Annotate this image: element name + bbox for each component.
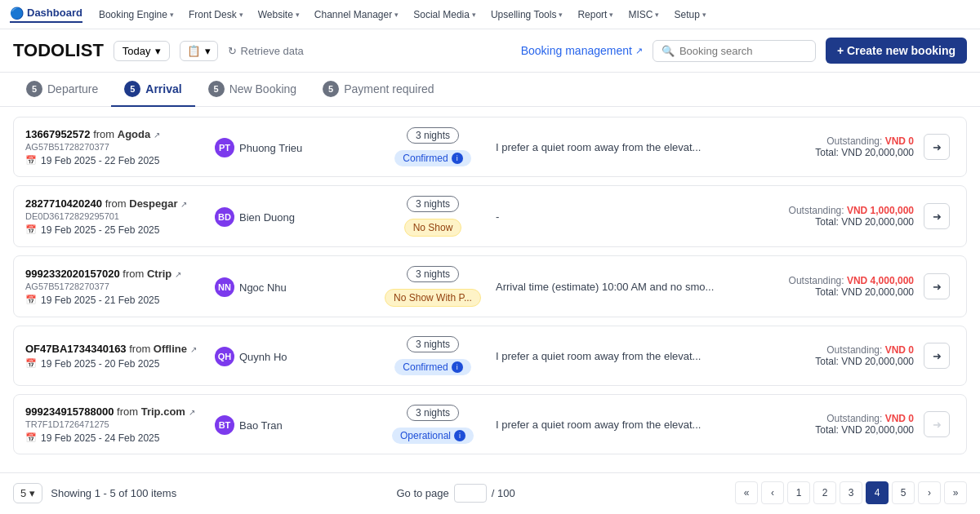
booking-status: 3 nights Confirmed i <box>380 336 486 375</box>
payment-count: 5 <box>323 81 339 97</box>
logo[interactable]: 🔵 Dashboard <box>10 7 82 23</box>
nav-website[interactable]: Website ▾ <box>253 9 305 20</box>
chevron-down-icon: ▾ <box>559 11 563 19</box>
action-column: ➜ <box>924 273 955 299</box>
booking-note: I prefer a quiet room away from the elev… <box>496 350 741 362</box>
booking-ref: AG57B51728270377 <box>25 281 205 291</box>
today-button[interactable]: Today ▾ <box>114 41 170 61</box>
tab-new-booking[interactable]: 5 New Booking <box>195 73 310 107</box>
chevron-down-icon: ▾ <box>609 11 613 19</box>
external-link-icon: ↗ <box>189 408 195 417</box>
navigate-booking-button[interactable]: ➜ <box>924 343 950 369</box>
booking-search-box[interactable]: 🔍 <box>653 40 816 62</box>
nav-front-desk[interactable]: Front Desk ▾ <box>184 9 248 20</box>
page-title: TODOLIST <box>13 40 104 61</box>
guest-name-label: Quynh Ho <box>239 351 287 363</box>
total-amount: Total: VND 20,000,000 <box>751 286 914 298</box>
nav-misc[interactable]: MISC ▾ <box>623 9 664 20</box>
tab-arrival[interactable]: 5 Arrival <box>111 73 194 107</box>
navigate-booking-button: ➜ <box>924 411 950 437</box>
chevron-down-icon: ▾ <box>239 11 243 19</box>
tab-payment-required[interactable]: 5 Payment required <box>310 73 448 107</box>
page-2-button[interactable]: 2 <box>813 481 836 504</box>
navigate-booking-button[interactable]: ➜ <box>924 134 950 160</box>
page-4-button[interactable]: 4 <box>866 481 889 504</box>
per-page-selector[interactable]: 5 ▾ <box>13 483 42 503</box>
top-navigation: 🔵 Dashboard Booking Engine ▾ Front Desk … <box>0 0 980 29</box>
booking-info: 9992332020157020 from Ctrip ↗ AG57B51728… <box>25 268 205 306</box>
page-5-button[interactable]: 5 <box>892 481 915 504</box>
create-booking-button[interactable]: + Create new booking <box>826 38 967 64</box>
chevron-down-icon: ▾ <box>29 487 35 499</box>
nav-report[interactable]: Report ▾ <box>572 9 618 20</box>
page-3-button[interactable]: 3 <box>840 481 862 504</box>
outstanding-amount: Outstanding: VND 0 <box>751 135 914 147</box>
outstanding-amount: Outstanding: VND 1,000,000 <box>751 205 914 216</box>
status-badge: Operational i <box>392 428 474 444</box>
booking-dates: 📅 19 Feb 2025 - 24 Feb 2025 <box>25 432 205 444</box>
calendar-icon: 📅 <box>25 358 37 369</box>
booking-info: OF47BA1734340163 from Offline ↗ 📅 19 Feb… <box>25 343 205 370</box>
nav-setup[interactable]: Setup ▾ <box>669 9 710 20</box>
outstanding-amount: Outstanding: VND 0 <box>751 344 914 356</box>
arrow-right-icon: ➜ <box>933 419 942 431</box>
info-icon: i <box>452 153 463 164</box>
booking-dates: 📅 19 Feb 2025 - 25 Feb 2025 <box>25 224 205 236</box>
guest-info: QH Quynh Ho <box>215 345 370 366</box>
avatar: BD <box>215 207 234 227</box>
booking-id: OF47BA1734340163 <box>25 343 127 355</box>
booking-ref: DE0D36172829295701 <box>25 211 205 221</box>
status-badge: Confirmed i <box>394 150 470 166</box>
booking-status: 3 nights No Show With P... <box>380 266 486 307</box>
navigate-booking-button[interactable]: ➜ <box>924 203 950 229</box>
external-link-icon: ↗ <box>180 200 187 209</box>
nights-badge: 3 nights <box>407 127 459 144</box>
booking-ref: AG57B51728270377 <box>25 142 205 152</box>
status-badge: No Show With P... <box>385 289 481 307</box>
arrow-right-icon: ➜ <box>933 350 942 362</box>
chevron-down-icon: ▾ <box>170 11 174 19</box>
guest-name-label: Bien Duong <box>239 211 295 224</box>
chevron-down-icon: ▾ <box>702 11 706 19</box>
chevron-down-icon: ▾ <box>394 11 399 19</box>
guest-name-label: Bao Tran <box>239 419 283 432</box>
info-icon: i <box>452 361 463 373</box>
outstanding-amount: Outstanding: VND 0 <box>751 413 914 424</box>
retrieve-data-button[interactable]: ↻ Retrieve data <box>228 45 304 57</box>
first-page-button[interactable]: « <box>735 481 758 504</box>
refresh-icon: ↻ <box>228 45 237 57</box>
arrow-right-icon: ➜ <box>933 141 942 153</box>
nav-channel-manager[interactable]: Channel Manager ▾ <box>310 9 403 20</box>
page-input[interactable] <box>454 484 487 503</box>
booking-dates: 📅 19 Feb 2025 - 20 Feb 2025 <box>25 358 205 370</box>
calendar-button[interactable]: 📋 ▾ <box>180 41 218 61</box>
booking-status: 3 nights Operational i <box>380 405 486 444</box>
go-to-page: Go to page / 100 <box>396 484 514 503</box>
booking-id: 2827710420240 <box>25 197 102 210</box>
search-input[interactable] <box>679 45 807 57</box>
nav-booking-engine[interactable]: Booking Engine ▾ <box>94 9 179 20</box>
booking-management-link[interactable]: Booking management ↗ <box>521 44 643 57</box>
booking-amount: Outstanding: VND 0 Total: VND 20,000,000 <box>751 135 914 158</box>
booking-note: I prefer a quiet room away from the elev… <box>496 419 741 431</box>
tab-departure[interactable]: 5 Departure <box>13 73 111 107</box>
nav-upselling-tools[interactable]: Upselling Tools ▾ <box>486 9 568 20</box>
nights-badge: 3 nights <box>407 336 459 352</box>
table-row: OF47BA1734340163 from Offline ↗ 📅 19 Feb… <box>13 326 967 386</box>
page-buttons: « ‹ 1 2 3 4 5 › » <box>735 481 967 504</box>
nav-social-media[interactable]: Social Media ▾ <box>408 9 481 20</box>
new-booking-count: 5 <box>208 81 225 97</box>
booking-info: 2827710420240 from Despegar ↗ DE0D361728… <box>25 197 205 236</box>
guest-name-label: Ngoc Nhu <box>239 281 287 294</box>
booking-id: 13667952572 <box>25 128 91 140</box>
prev-page-button[interactable]: ‹ <box>761 481 784 504</box>
external-link-icon: ↗ <box>635 46 643 56</box>
last-page-button[interactable]: » <box>944 481 967 504</box>
external-link-icon: ↗ <box>190 345 197 354</box>
table-row: 13667952572 from Agoda ↗ AG57B5172827037… <box>13 117 967 177</box>
nights-badge: 3 nights <box>407 266 459 282</box>
next-page-button[interactable]: › <box>918 481 941 504</box>
calendar-icon: 📅 <box>25 295 37 305</box>
page-1-button[interactable]: 1 <box>787 481 810 504</box>
navigate-booking-button[interactable]: ➜ <box>924 273 950 299</box>
